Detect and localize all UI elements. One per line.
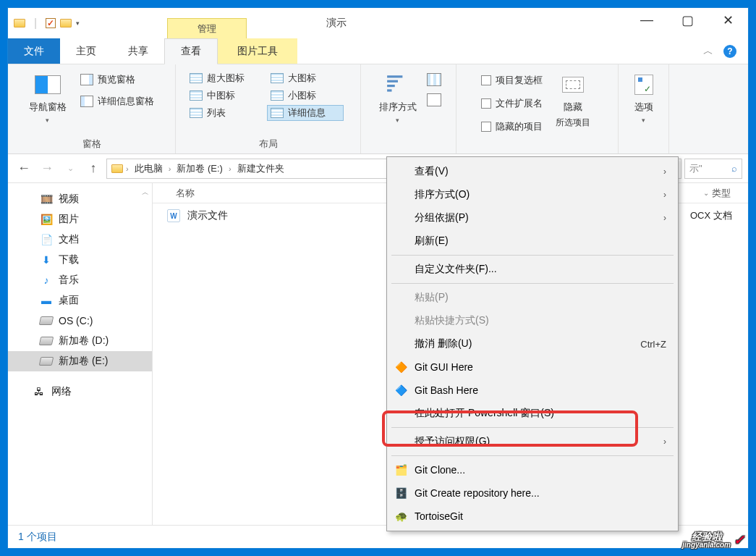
sidebar-drive-e[interactable]: 新加卷 (E:): [8, 351, 152, 371]
cm-tortoisegit[interactable]: 🐢TortoiseGit: [388, 505, 676, 528]
cm-git-clone[interactable]: 🗂️Git Clone...: [388, 458, 676, 481]
ribbon-tab-share[interactable]: 共享: [112, 38, 164, 64]
hidden-items-toggle[interactable]: 隐藏的项目: [481, 118, 543, 135]
cm-shortcut: Ctrl+Z: [640, 339, 666, 350]
navigation-sidebar: ︿ 🎞️视频 🖼️图片 📄文档 ⬇下载 ♪音乐 ▬桌面 OS (C:) 新加卷 …: [8, 183, 153, 525]
minimize-button[interactable]: —: [627, 8, 667, 37]
sidebar-network[interactable]: 🖧网络: [8, 382, 152, 402]
cm-customize-folder[interactable]: 自定义文件夹(F)...: [388, 258, 676, 281]
qat-customize-dropdown[interactable]: ▾: [76, 20, 82, 27]
breadcrumb-this-pc[interactable]: 此电脑: [132, 162, 166, 175]
view-details[interactable]: 详细信息: [267, 105, 344, 121]
sidebar-scroll-up-icon[interactable]: ︿: [142, 188, 149, 198]
properties-qat-button[interactable]: [46, 18, 56, 28]
cm-git-create-repo[interactable]: 🗄️Git Create repository here...: [388, 481, 676, 505]
search-icon: ⌕: [731, 163, 737, 174]
file-type-partial: OCX 文档: [690, 209, 748, 222]
cm-git-bash[interactable]: 🔷Git Bash Here: [388, 379, 676, 402]
cm-group[interactable]: 分组依据(P)›: [388, 206, 676, 229]
submenu-arrow-icon: ›: [663, 190, 666, 200]
nav-up-button[interactable]: ↑: [83, 159, 103, 179]
sidebar-music[interactable]: ♪音乐: [8, 270, 152, 290]
status-item-count: 1 个项目: [18, 531, 57, 544]
navigation-pane-button[interactable]: 导航窗格 ▾: [26, 70, 69, 135]
breadcrumb-current-folder[interactable]: 新建文件夹: [234, 162, 287, 175]
sidebar-drive-d[interactable]: 新加卷 (D:): [8, 331, 152, 351]
sort-by-button[interactable]: 排序方式 ▾: [376, 70, 420, 138]
hide-icon: [562, 77, 584, 93]
view-small-icons[interactable]: 小图标: [267, 88, 344, 104]
cm-open-powershell[interactable]: 在此处打开 Powershell 窗口(S): [388, 402, 676, 425]
window-title: 演示: [326, 17, 347, 30]
quick-access-toolbar: | ▾: [8, 8, 82, 38]
file-extensions-toggle[interactable]: 文件扩展名: [481, 95, 543, 112]
nav-back-button[interactable]: ←: [14, 159, 34, 179]
cm-undo-delete[interactable]: 撤消 删除(U)Ctrl+Z: [388, 332, 676, 355]
sidebar-videos[interactable]: 🎞️视频: [8, 189, 152, 209]
sidebar-documents[interactable]: 📄文档: [8, 229, 152, 250]
git-repo-icon: 🗄️: [394, 486, 407, 500]
documents-icon: 📄: [40, 233, 53, 246]
view-list[interactable]: 列表: [186, 105, 263, 121]
submenu-arrow-icon: ›: [663, 167, 666, 177]
navigation-pane-icon: [35, 75, 61, 94]
context-menu: 查看(V)› 排序方式(O)› 分组依据(P)› 刷新(E) 自定义文件夹(F)…: [386, 156, 679, 531]
view-medium-icons[interactable]: 中图标: [186, 88, 263, 104]
ribbon-content: 导航窗格 ▾ 预览窗格 详细信息窗格 窗格 超大图标 大图标 中图标 小图标: [8, 64, 748, 154]
ribbon-tab-file[interactable]: 文件: [8, 38, 60, 64]
new-folder-qat-button[interactable]: [60, 17, 72, 29]
search-box[interactable]: 示" ⌕: [684, 159, 742, 179]
ribbon-tab-picture-tools[interactable]: 图片工具: [218, 38, 297, 64]
small-icons-icon: [271, 90, 284, 101]
svg-rect-3: [387, 89, 391, 91]
pictures-icon: 🖼️: [40, 213, 53, 226]
options-button[interactable]: 选项 ▾: [628, 70, 660, 138]
cm-git-gui[interactable]: 🔶Git GUI Here: [388, 355, 676, 379]
help-icon[interactable]: ?: [723, 45, 736, 58]
breadcrumb-chevron-icon[interactable]: ›: [169, 164, 171, 173]
close-button[interactable]: ✕: [708, 8, 748, 37]
cm-refresh[interactable]: 刷新(E): [388, 229, 676, 253]
column-header-type[interactable]: ⌄类型: [696, 187, 748, 200]
ribbon-tab-row: 文件 主页 共享 查看 图片工具 ︿ ?: [8, 38, 748, 64]
svg-rect-1: [387, 80, 398, 83]
nav-recent-dropdown[interactable]: ⌄: [60, 159, 80, 179]
music-icon: ♪: [40, 274, 53, 287]
contextual-tab-manage[interactable]: 管理: [167, 18, 247, 38]
view-large-icons[interactable]: 大图标: [267, 70, 344, 86]
ribbon-collapse-icon[interactable]: ︿: [703, 45, 713, 58]
drive-icon: [40, 355, 53, 368]
cm-sort[interactable]: 排序方式(O)›: [388, 183, 676, 206]
breadcrumb-chevron-icon[interactable]: ›: [126, 164, 129, 173]
preview-pane-button[interactable]: 预览窗格: [77, 72, 158, 88]
ribbon-group-showhide-label: [536, 138, 539, 153]
item-checkboxes-toggle[interactable]: 项目复选框: [481, 72, 543, 89]
nav-forward-button[interactable]: →: [37, 159, 57, 179]
column-header-name[interactable]: 名称: [153, 187, 384, 200]
details-pane-icon: [80, 96, 93, 107]
hide-selected-button[interactable]: 隐藏 所选项目: [553, 70, 593, 138]
watermark: 经验啦 jingyanla.com ✓: [682, 531, 744, 549]
breadcrumb-chevron-icon[interactable]: ›: [229, 164, 232, 173]
sidebar-drive-c[interactable]: OS (C:): [8, 311, 152, 331]
cm-view[interactable]: 查看(V)›: [388, 160, 676, 183]
watermark-check-icon: ✓: [734, 532, 744, 548]
size-columns-button[interactable]: [427, 93, 441, 106]
cm-paste-shortcut: 粘贴快捷方式(S): [388, 309, 676, 332]
preview-pane-icon: [80, 74, 93, 85]
ribbon-tab-view[interactable]: 查看: [164, 38, 218, 64]
file-name: 演示文件: [187, 209, 228, 222]
details-pane-button[interactable]: 详细信息窗格: [77, 93, 158, 109]
maximize-button[interactable]: ▢: [667, 8, 708, 37]
view-extra-large-icons[interactable]: 超大图标: [186, 70, 263, 86]
sidebar-pictures[interactable]: 🖼️图片: [8, 209, 152, 229]
breadcrumb-volume-e[interactable]: 新加卷 (E:): [174, 162, 226, 175]
downloads-icon: ⬇: [40, 253, 53, 266]
cm-grant-access[interactable]: 授予访问权限(G)›: [388, 430, 676, 453]
details-view-icon: [271, 108, 284, 118]
sidebar-desktop[interactable]: ▬桌面: [8, 290, 152, 311]
breadcrumb-folder-icon: [111, 164, 123, 173]
add-columns-button[interactable]: [427, 73, 441, 86]
sidebar-downloads[interactable]: ⬇下载: [8, 250, 152, 270]
ribbon-tab-home[interactable]: 主页: [60, 38, 112, 64]
